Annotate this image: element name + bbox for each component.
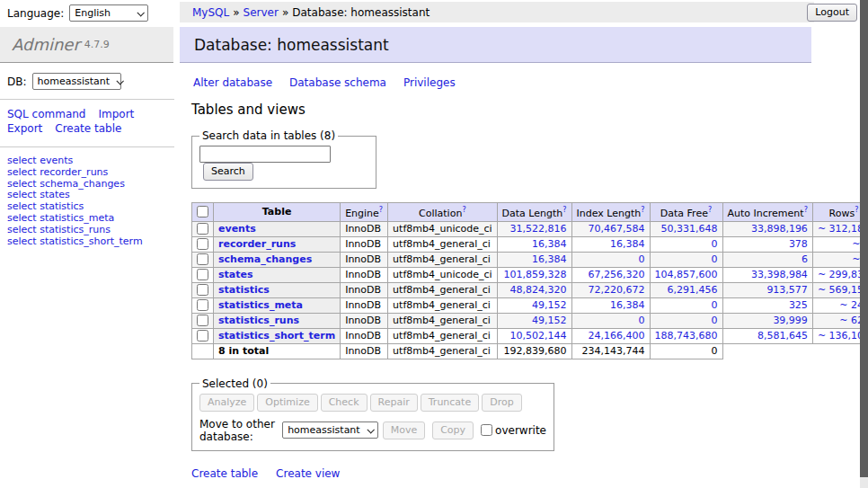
sidebar-link-import[interactable]: Import: [98, 108, 134, 120]
total-engine: InnoDB: [341, 343, 388, 359]
data-length-cell: 48,824,320: [497, 282, 571, 297]
collation-cell: utf8mb4_general_ci: [388, 313, 497, 328]
table-name-link[interactable]: statistics_short_term: [218, 330, 335, 342]
data-free-link[interactable]: 188,743,680: [655, 330, 718, 342]
data-free-link[interactable]: 0: [712, 238, 718, 250]
column-header-collation: Collation?: [388, 203, 497, 222]
check-button[interactable]: Check: [321, 394, 368, 412]
row-checkbox[interactable]: [197, 223, 208, 235]
select-all-cell: [192, 203, 214, 222]
row-checkbox[interactable]: [197, 299, 208, 311]
sidebar-select-link[interactable]: select events: [7, 155, 167, 167]
drop-button[interactable]: Drop: [482, 394, 521, 412]
data-length-link[interactable]: 49,152: [532, 299, 567, 311]
sidebar-select-link[interactable]: select recorder_runs: [7, 167, 167, 179]
sidebar-link-create-table[interactable]: Create table: [55, 122, 121, 135]
sidebar-link-sql-command[interactable]: SQL command: [7, 108, 85, 120]
nav-link-alter-database[interactable]: Alter database: [193, 76, 272, 89]
index-length-link[interactable]: 70,467,584: [589, 223, 645, 235]
index-length-link[interactable]: 67,256,320: [589, 269, 645, 280]
data-free-link[interactable]: 0: [712, 299, 718, 311]
auto-increment-link[interactable]: 378: [789, 238, 808, 250]
row-checkbox[interactable]: [197, 284, 208, 296]
sidebar-link-export[interactable]: Export: [7, 122, 42, 135]
data-free-link[interactable]: 104,857,600: [655, 269, 718, 280]
column-help-link[interactable]: ?: [562, 206, 566, 214]
move-button[interactable]: Move: [383, 421, 426, 439]
sidebar-select-link[interactable]: select statistics_short_term: [7, 236, 167, 248]
table-row: schema_changesInnoDButf8mb4_general_ci16…: [192, 252, 868, 267]
column-help-link[interactable]: ?: [379, 206, 383, 214]
table-name-link[interactable]: events: [218, 223, 256, 235]
row-checkbox[interactable]: [197, 253, 208, 265]
repair-button[interactable]: Repair: [370, 394, 418, 412]
data-length-link[interactable]: 31,522,816: [510, 223, 567, 235]
data-length-link[interactable]: 48,824,320: [510, 284, 567, 296]
auto-increment-link[interactable]: 33,398,984: [751, 269, 808, 280]
data-free-link[interactable]: 50,331,648: [661, 223, 718, 235]
column-help-link[interactable]: ?: [462, 206, 465, 214]
search-button[interactable]: Search: [203, 163, 253, 181]
language-select[interactable]: English: [69, 4, 148, 22]
data-length-link[interactable]: 10,502,144: [510, 330, 567, 342]
auto-increment-link[interactable]: 913,577: [766, 284, 808, 296]
db-select[interactable]: homeassistant: [32, 73, 121, 90]
logout-button[interactable]: Logout: [807, 4, 857, 22]
scrollbar-thumb[interactable]: [860, 0, 868, 477]
link-create-table[interactable]: Create table: [191, 467, 258, 480]
auto-increment-link[interactable]: 6: [802, 253, 808, 265]
column-help-link[interactable]: ?: [641, 206, 644, 214]
sidebar-select-link[interactable]: select statistics_meta: [7, 213, 167, 225]
data-length-link[interactable]: 16,384: [532, 238, 567, 250]
nav-link-privileges[interactable]: Privileges: [403, 76, 456, 89]
index-length-link[interactable]: 0: [639, 253, 645, 265]
index-length-link[interactable]: 72,220,672: [589, 284, 645, 296]
data-length-link[interactable]: 49,152: [532, 315, 567, 326]
row-checkbox[interactable]: [197, 330, 208, 342]
table-name-link[interactable]: statistics_runs: [218, 315, 299, 326]
row-checkbox[interactable]: [197, 238, 208, 250]
data-length-link[interactable]: 16,384: [532, 253, 567, 265]
table-name-link[interactable]: schema_changes: [218, 253, 312, 265]
overwrite-checkbox[interactable]: [481, 424, 492, 436]
data-length-link[interactable]: 101,859,328: [504, 269, 567, 280]
breadcrumb-link[interactable]: MySQL: [192, 6, 229, 19]
index-length-link[interactable]: 16,384: [610, 238, 645, 250]
total-data-length: 192,839,680: [497, 343, 571, 359]
selected-legend: Selected (0): [199, 377, 270, 390]
row-checkbox[interactable]: [197, 269, 208, 280]
table-name-link[interactable]: statistics: [218, 284, 270, 296]
link-create-view[interactable]: Create view: [276, 467, 340, 480]
data-free-link[interactable]: 0: [712, 253, 718, 265]
truncate-button[interactable]: Truncate: [421, 394, 479, 412]
auto-increment-link[interactable]: 8,581,645: [757, 330, 808, 342]
table-name-link[interactable]: recorder_runs: [218, 238, 296, 250]
analyze-button[interactable]: Analyze: [199, 394, 254, 412]
copy-button[interactable]: Copy: [432, 421, 474, 439]
column-help-link[interactable]: ?: [804, 206, 808, 214]
index-length-link[interactable]: 24,166,400: [589, 330, 645, 342]
column-help-link[interactable]: ?: [708, 206, 712, 214]
auto-increment-link[interactable]: 325: [789, 299, 808, 311]
breadcrumb-link[interactable]: Server: [244, 6, 279, 19]
sidebar-select-link[interactable]: select statistics_runs: [7, 225, 167, 236]
auto-increment-link[interactable]: 33,898,196: [751, 223, 808, 235]
breadcrumb-separator: »: [282, 6, 288, 19]
data-free-link[interactable]: 6,291,456: [668, 284, 718, 296]
table-name-link[interactable]: states: [218, 269, 253, 280]
move-db-select[interactable]: homeassistant: [282, 421, 378, 439]
data-free-link[interactable]: 0: [712, 315, 718, 326]
total-collation: utf8mb4_general_ci: [388, 343, 497, 359]
index-length-link[interactable]: 16,384: [610, 299, 645, 311]
column-help-link[interactable]: ?: [855, 206, 858, 214]
column-header-auto-increment: Auto Increment?: [722, 203, 812, 222]
index-length-link[interactable]: 0: [639, 315, 645, 326]
auto-increment-link[interactable]: 39,999: [773, 315, 808, 326]
select-all-checkbox[interactable]: [197, 206, 208, 217]
table-name-link[interactable]: statistics_meta: [218, 299, 303, 311]
optimize-button[interactable]: Optimize: [257, 394, 317, 412]
row-checkbox[interactable]: [197, 315, 208, 326]
nav-link-database-schema[interactable]: Database schema: [289, 76, 386, 89]
search-input[interactable]: [199, 146, 331, 163]
table-name-cell: statistics_runs: [214, 313, 341, 328]
